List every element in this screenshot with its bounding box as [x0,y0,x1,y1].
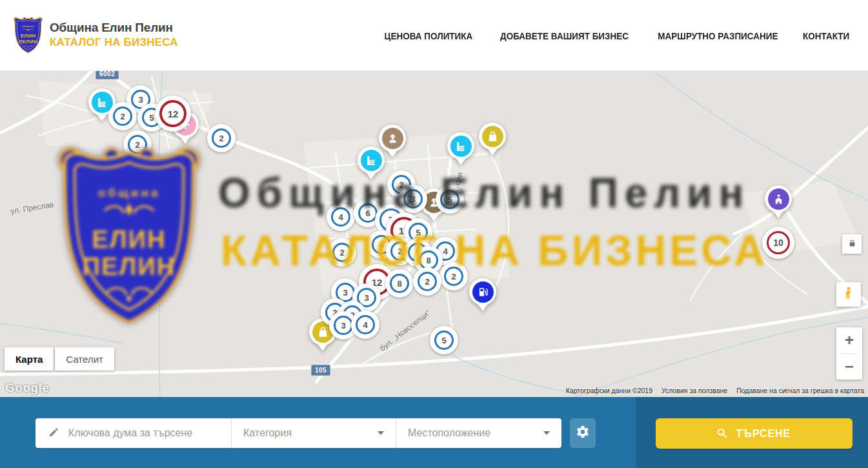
pencil-icon [48,427,67,440]
chevron-down-icon [378,431,384,435]
location-dropdown-label: Местоположение [408,427,543,439]
map-pin-factory-icon[interactable] [447,132,474,171]
map-cluster-marker[interactable]: 5 [430,326,458,354]
map-pin-factory-icon[interactable] [358,147,385,185]
map-attribution: Картографски данни ©2019Условия за ползв… [557,387,864,394]
nav-item-route-schedule[interactable]: МАРШРУТНО РАЗПИСАНИЕ [658,30,778,41]
category-dropdown-label: Категория [243,427,378,439]
gear-icon [576,425,590,442]
brand-text: Община Елин Пелин КАТАЛОГ НА БИЗНЕСА [50,21,178,49]
search-button-label: ТЪРСЕНЕ [736,427,790,440]
map-cluster-marker[interactable]: 5 [436,185,464,214]
nav-item-add-business[interactable]: ДОБАВЕТЕ ВАШИЯТ БИЗНЕС [500,30,629,41]
map-type-map-button[interactable]: Карта [5,347,54,371]
chevron-down-icon [543,431,550,435]
pegman-icon [842,286,855,303]
search-button-panel: ТЪРСЕНЕ [636,397,868,468]
header: община ЕЛИН ПЕЛИН Община Елин Пелин КАТА… [0,0,868,71]
zoom-control: + − [836,327,862,380]
main-nav: ЦЕНОВА ПОЛИТИКА ДОБАВЕТЕ ВАШИЯТ БИЗНЕС М… [364,0,852,71]
svg-text:ПЕЛИН: ПЕЛИН [19,39,38,45]
map-cluster-marker[interactable]: 4 [327,203,355,231]
map-pin-church-icon[interactable] [765,185,792,224]
map-cluster-marker[interactable]: 12 [155,96,191,132]
svg-text:ЕЛИН: ЕЛИН [21,33,36,39]
map-cluster-marker[interactable]: 2 [108,102,137,130]
map-canvas[interactable]: 6002 105 ул. Преслав бул. „Новоселци“ ци… [0,71,868,397]
search-icon [716,427,734,440]
map-cluster-marker[interactable]: 2 [413,267,441,296]
zoom-in-button[interactable]: + [836,327,862,353]
road-number-badge: 105 [311,365,330,376]
google-logo: Google [5,381,49,395]
advanced-settings-button[interactable] [570,418,596,448]
attribution-terms-link[interactable]: Условия за ползване [661,387,727,394]
map-type-satellite-button[interactable]: Сателит [55,347,114,371]
svg-text:община: община [22,25,35,28]
map-cluster-marker[interactable]: 2 [207,124,236,152]
location-dropdown[interactable]: Местоположение [396,418,561,448]
municipality-crest-logo-icon: община ЕЛИН ПЕЛИН [13,15,43,54]
map-cluster-marker[interactable]: 10 [762,227,794,259]
lock-icon [848,238,856,250]
attribution-data: Картографски данни ©2019 [566,387,652,394]
search-button[interactable]: ТЪРСЕНЕ [656,418,853,449]
nav-item-contacts[interactable]: КОНТАКТИ [803,30,849,41]
map-cluster-marker[interactable]: 8 [385,269,414,298]
attribution-report-link[interactable]: Подаване на сигнал за грешка в картата [736,387,864,394]
page: община ЕЛИН ПЕЛИН Община Елин Пелин КАТА… [0,0,868,468]
category-dropdown[interactable]: Категория [231,418,396,448]
nav-item-pricing[interactable]: ЦЕНОВА ПОЛИТИКА [385,30,473,41]
lock-control-button[interactable] [842,234,862,254]
keyword-search-input[interactable] [67,427,222,440]
map-pin-fuel-icon[interactable] [469,278,496,317]
map-type-control: Карта Сателит [5,347,114,371]
brand[interactable]: община ЕЛИН ПЕЛИН Община Елин Пелин КАТА… [13,15,178,54]
search-form: Категория Местоположение [35,418,561,448]
search-bar: Категория Местоположение [0,397,868,468]
road-number-badge: 6002 [96,71,119,79]
keyword-field[interactable] [35,418,231,448]
map-cluster-marker[interactable]: 2 [123,130,152,159]
zoom-out-button[interactable]: − [836,354,862,380]
map-pin-bag-icon[interactable] [479,123,506,161]
site-subtitle: КАТАЛОГ НА БИЗНЕСА [50,36,178,49]
map-cluster-marker[interactable]: 4 [351,310,379,339]
map-cluster-marker[interactable]: 2 [439,262,468,290]
site-title: Община Елин Пелин [50,21,178,35]
map-cluster-marker[interactable]: 2 [328,238,356,267]
street-view-pegman-button[interactable] [836,282,861,307]
